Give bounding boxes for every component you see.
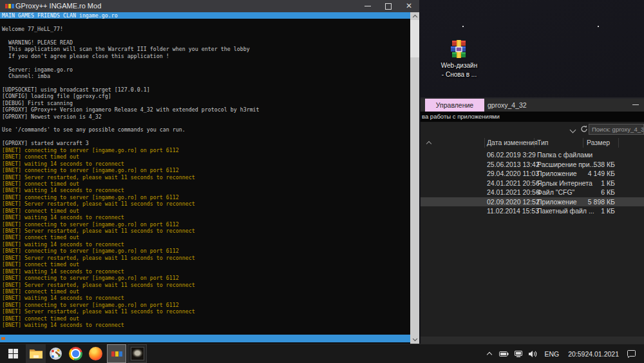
- console-line: Welcome 77_HeLL_77!: [0, 26, 410, 32]
- column-separator[interactable]: [534, 138, 535, 148]
- explorer-window-title: gproxy_4_32: [488, 99, 527, 112]
- start-button[interactable]: [0, 344, 26, 363]
- console-line: [BNET] connecting to server [ingame.go.r…: [0, 248, 410, 254]
- explorer-file-list: 06.02.2019 3:29Папка с файлами25.06.2013…: [421, 150, 644, 216]
- language-indicator[interactable]: ENG: [540, 350, 563, 358]
- explorer-window: Управление gproxy_4_32 ва работы с прило…: [421, 97, 644, 345]
- volume-icon[interactable]: [526, 350, 540, 358]
- minimize-icon[interactable]: [357, 0, 378, 12]
- file-row[interactable]: 06.02.2019 3:29Папка с файлами: [421, 150, 644, 160]
- console-line: [0, 79, 410, 86]
- console-line: Use '/commands' to see any possible comm…: [0, 126, 410, 133]
- console-line: [GPROXY] Newest version is 4_32: [0, 113, 410, 120]
- console-line: [BNET] Server restarted, please wait 11 …: [0, 282, 410, 288]
- explorer-column-headers[interactable]: Дата изменения Тип Размер: [421, 137, 644, 149]
- console-line: [0, 59, 410, 66]
- console-line: [BNET] Server restarted, please wait 11 …: [0, 201, 410, 207]
- console-output[interactable]: MAIN GAMES FRIENDS CLAN ingame.go.ro Wel…: [0, 12, 410, 344]
- action-center-icon[interactable]: [624, 349, 644, 358]
- taskbar-gproxy-button-active[interactable]: [107, 344, 126, 363]
- paint-palette-icon: [49, 347, 62, 360]
- taskbar-warcraft3-button[interactable]: [128, 344, 147, 363]
- file-size: 538 КБ: [573, 160, 615, 170]
- terminal-titlebar[interactable]: GProxy++ INGAME.ro Mod ✕: [0, 0, 419, 12]
- taskbar-file-explorer-button[interactable]: [26, 344, 46, 363]
- column-header-date[interactable]: Дата изменения: [487, 137, 538, 149]
- console-input-bar[interactable]: [0, 335, 410, 342]
- explorer-titlebar[interactable]: Управление gproxy_4_32: [421, 99, 644, 112]
- screen: { "terminal": { "title": "GProxy++ INGAM…: [0, 0, 644, 363]
- clock[interactable]: 20:59 24.01.2021: [563, 350, 624, 358]
- console-line: [CONFIG] loading file [gproxy.cfg]: [0, 93, 410, 99]
- console-line: [GPROXY] started warcraft 3: [0, 140, 410, 146]
- taskbar-firefox-button[interactable]: [86, 344, 106, 363]
- console-line: [GPROXY] GProxy++ Version ingamero Relea…: [0, 106, 410, 113]
- scroll-up-icon[interactable]: [413, 15, 418, 20]
- console-line: [BNET] Server restarted, please wait 11 …: [0, 228, 410, 234]
- column-separator[interactable]: [618, 138, 619, 148]
- file-row[interactable]: 29.04.2020 11:03Приложение4 149 КБ: [421, 169, 644, 179]
- explorer-manage-tab[interactable]: Управление: [425, 99, 484, 112]
- console-line: [BNET] connect timed out: [0, 208, 410, 214]
- column-header-type[interactable]: Тип: [537, 137, 549, 149]
- file-type: Папка с файлами: [537, 150, 592, 160]
- file-date: 11.02.2014 15:53: [487, 206, 539, 216]
- console-cursor: [1, 337, 5, 340]
- scrollbar-thumb[interactable]: [410, 20, 419, 57]
- console-line: [BNET] connect timed out: [0, 288, 410, 295]
- file-date: 29.04.2020 11:03: [487, 169, 539, 179]
- console-scrollbar[interactable]: [410, 12, 419, 344]
- file-date: 02.09.2020 12:52: [487, 197, 540, 207]
- column-header-size[interactable]: Размер: [587, 137, 610, 149]
- taskbar-paint-button[interactable]: [46, 344, 66, 363]
- explorer-ribbon-strip: ва работы с приложениями: [421, 112, 644, 122]
- firefox-icon: [89, 347, 102, 360]
- console-line: [BNET] connect timed out: [0, 153, 410, 160]
- console-line: [BNET] connecting to server [ingame.go.r…: [0, 302, 410, 308]
- file-row[interactable]: 02.09.2020 12:52Приложение5 898 КБ: [421, 197, 644, 207]
- desktop-icon-label-line1: Web-дизайн: [433, 62, 486, 70]
- scroll-down-icon[interactable]: [413, 337, 418, 342]
- file-row[interactable]: 24.01.2021 20:56Ярлык Интернета1 КБ: [421, 179, 644, 188]
- battery-icon[interactable]: [497, 350, 511, 358]
- explorer-minimize-icon[interactable]: [632, 104, 639, 105]
- taskbar-chrome-button[interactable]: [66, 344, 86, 363]
- network-icon[interactable]: [511, 350, 526, 358]
- close-icon[interactable]: ✕: [399, 0, 419, 12]
- console-line: This application will scan the Warcraft …: [0, 46, 410, 52]
- console-line: [BNET] Server restarted, please wait 11 …: [0, 308, 410, 315]
- explorer-address-bar[interactable]: Поиск: gproxy_4_32: [421, 122, 644, 137]
- explorer-search-input[interactable]: Поиск: gproxy_4_32: [589, 124, 644, 135]
- file-size: 4 149 КБ: [573, 169, 615, 179]
- file-size: 5 898 КБ: [573, 197, 615, 207]
- file-type: Приложение: [537, 169, 577, 179]
- console-line: Server: ingame.go.ro: [0, 66, 410, 73]
- console-line: [UDPSOCKET] using broadcast target [127.…: [0, 86, 410, 93]
- address-dropdown-icon[interactable]: [570, 127, 576, 133]
- console-line: [BNET] connect timed out: [0, 261, 410, 268]
- file-type: Файл "CFG": [537, 188, 574, 197]
- file-date: 24.01.2021 20:56: [487, 179, 540, 188]
- file-type: Приложение: [537, 197, 577, 207]
- file-row[interactable]: 11.02.2014 15:53Пакетный файл ...1 КБ: [421, 206, 644, 216]
- desktop-icon-winrar-archive[interactable]: Web-дизайн - Снова в ...: [433, 40, 486, 79]
- console-line: If you don't agree please close this app…: [0, 53, 410, 59]
- console-line: WARNING! PLEASE READ: [0, 39, 410, 46]
- console-line: [BNET] connecting to server [ingame.go.r…: [0, 275, 410, 281]
- file-size: 6 КБ: [573, 188, 615, 197]
- maximize-icon[interactable]: [378, 0, 399, 12]
- console-line: [0, 32, 410, 39]
- console-line: [BNET] connecting to server [ingame.go.r…: [0, 221, 410, 228]
- file-date: 24.01.2021 20:56: [487, 188, 540, 197]
- sort-ascending-icon: [426, 141, 431, 146]
- file-row[interactable]: 25.06.2013 13:42Расширение при...538 КБ: [421, 160, 644, 170]
- console-line: MAIN GAMES FRIENDS CLAN ingame.go.ro: [0, 12, 410, 19]
- column-separator[interactable]: [583, 138, 583, 148]
- hidden-icons-chevron-icon[interactable]: [485, 349, 494, 358]
- refresh-icon[interactable]: [580, 125, 588, 133]
- column-separator[interactable]: [484, 138, 485, 148]
- console-line: [BNET] waiting 14 seconds to reconnect: [0, 187, 410, 193]
- file-row[interactable]: 24.01.2021 20:56Файл "CFG"6 КБ: [421, 188, 644, 197]
- console-line: [BNET] connect timed out: [0, 181, 410, 187]
- folder-icon: [29, 348, 43, 359]
